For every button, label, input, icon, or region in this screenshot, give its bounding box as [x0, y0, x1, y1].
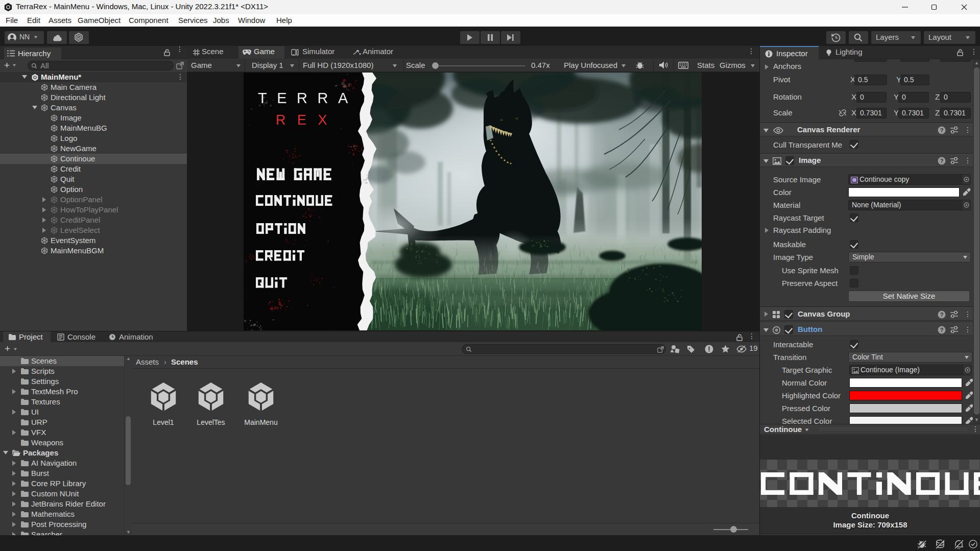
svg-text:D: D: [77, 36, 80, 40]
svg-text:?: ?: [940, 327, 944, 333]
svg-text:?: ?: [940, 312, 944, 318]
svg-text:?: ?: [940, 158, 944, 164]
svg-text:?: ?: [940, 127, 944, 133]
svg-text:REX: REX: [276, 112, 339, 128]
svg-text:TERRA: TERRA: [258, 90, 358, 106]
